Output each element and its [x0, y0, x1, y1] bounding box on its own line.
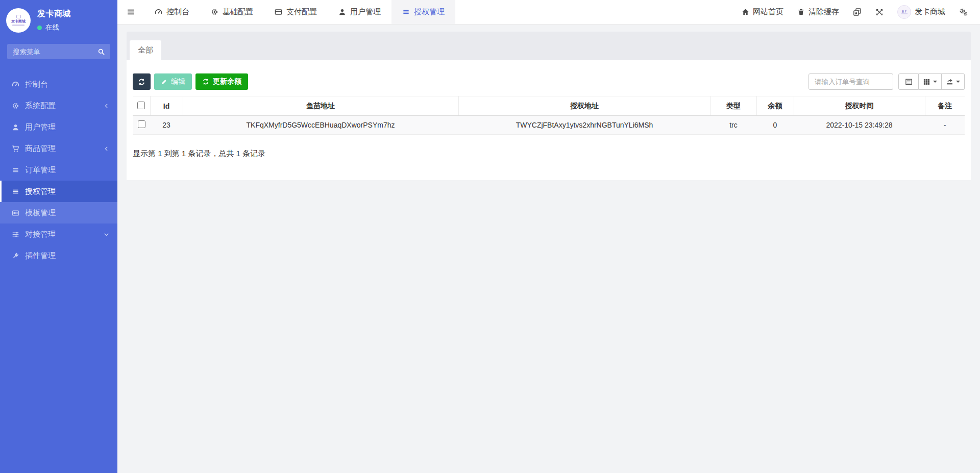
select-all-checkbox[interactable]: [137, 102, 145, 109]
trash-icon: [797, 8, 805, 16]
header-auth-time: 授权时间: [794, 96, 925, 116]
cell-id: 23: [150, 116, 183, 135]
header-select-all: [133, 96, 150, 116]
gear-icon: [12, 102, 19, 110]
sidebar-item-label: 用户管理: [25, 122, 56, 132]
refresh-button[interactable]: [133, 73, 151, 90]
chevron-left-icon: [104, 146, 109, 152]
tab-label: 用户管理: [350, 7, 381, 17]
sidebar-menu: 控制台 系统配置 用户管理 商品管理 订单管理 授权管理 模板管理: [0, 73, 117, 266]
cell-auth-time: 2022-10-15 23:49:28: [794, 116, 925, 135]
sidebar-item-order-management[interactable]: 订单管理: [0, 159, 117, 181]
site-home-link[interactable]: 网站首页: [742, 7, 783, 17]
site-home-label: 网站首页: [753, 7, 783, 17]
sidebar-search: [7, 44, 110, 59]
detail-view-button[interactable]: [898, 73, 919, 90]
columns-button[interactable]: [919, 73, 942, 90]
list-icon: [402, 8, 410, 16]
brand: 发卡商城 发卡商城 在线: [0, 0, 117, 43]
sidebar-item-label: 插件管理: [25, 251, 56, 261]
gear-icon: [211, 8, 218, 16]
tab-console[interactable]: 控制台: [144, 0, 200, 24]
tab-user-management[interactable]: 用户管理: [328, 0, 391, 24]
update-balance-label: 更新余额: [213, 77, 241, 86]
language-switch-button[interactable]: [853, 8, 862, 16]
search-icon[interactable]: [97, 48, 105, 56]
cell-type: trc: [710, 116, 756, 135]
sidebar-item-product-management[interactable]: 商品管理: [0, 138, 117, 159]
header-type: 类型: [710, 96, 756, 116]
cell-fry-address: TKFqXMyfrD5G5WccEBHuaqDXworPSYm7hz: [183, 116, 458, 135]
header-balance: 余额: [756, 96, 794, 116]
content-tabstrip: 全部: [127, 32, 971, 60]
tab-label: 支付配置: [286, 7, 317, 17]
toolbar: 编辑 更新余额: [133, 73, 965, 90]
user-avatar: 发卡: [897, 5, 911, 19]
language-icon: [853, 8, 862, 16]
caret-down-icon: [956, 81, 960, 83]
tab-label: 基础配置: [223, 7, 253, 17]
tachometer-icon: [12, 81, 19, 88]
header-remark: 备注: [925, 96, 965, 116]
header-fry-address: 鱼苗地址: [183, 96, 458, 116]
fullscreen-button[interactable]: [875, 8, 884, 16]
brand-logo[interactable]: 发卡商城: [6, 8, 31, 33]
user-menu[interactable]: 发卡 发卡商城: [897, 5, 945, 19]
header-id: Id: [150, 96, 183, 116]
chevron-left-icon: [104, 103, 109, 109]
sidebar-item-label: 系统配置: [25, 101, 56, 111]
online-status: 在线: [37, 23, 71, 32]
fullscreen-icon: [875, 8, 884, 16]
cell-balance: 0: [756, 116, 794, 135]
sidebar-item-console[interactable]: 控制台: [0, 73, 117, 95]
export-button[interactable]: [942, 73, 965, 90]
row-checkbox[interactable]: [138, 120, 145, 128]
authorization-table: Id 鱼苗地址 授权地址 类型 余额 授权时间 备注 23 TKFqXMyfrD…: [133, 96, 965, 135]
logo-text: 发卡商城: [11, 19, 26, 23]
hamburger-icon: [127, 8, 135, 16]
header-auth-address: 授权地址: [458, 96, 710, 116]
edit-button[interactable]: 编辑: [154, 73, 192, 90]
order-search-input[interactable]: [808, 73, 893, 90]
update-balance-button[interactable]: 更新余额: [195, 73, 248, 90]
sidebar-toggle-button[interactable]: [117, 0, 144, 24]
credit-card-icon: [275, 8, 282, 16]
tab-all[interactable]: 全部: [130, 40, 161, 60]
topbar: 控制台 基础配置 支付配置 用户管理 授权管理 网站首页 清除缓存: [117, 0, 980, 24]
panel-body: 编辑 更新余额: [127, 60, 971, 180]
table-header-row: Id 鱼苗地址 授权地址 类型 余额 授权时间 备注: [133, 96, 965, 116]
refresh-icon: [138, 78, 145, 86]
online-dot-icon: [37, 26, 42, 30]
list-icon: [12, 166, 19, 174]
tab-payment-config[interactable]: 支付配置: [264, 0, 328, 24]
sidebar-item-plugin-management[interactable]: 插件管理: [0, 245, 117, 266]
clear-cache-label: 清除缓存: [808, 7, 839, 17]
online-status-label: 在线: [45, 23, 59, 32]
sidebar-search-input[interactable]: [7, 44, 110, 59]
sidebar-item-label: 对接管理: [25, 230, 56, 239]
sidebar-item-user-management[interactable]: 用户管理: [0, 116, 117, 138]
settings-button[interactable]: [959, 8, 968, 16]
tab-basic-config[interactable]: 基础配置: [200, 0, 264, 24]
clear-cache-button[interactable]: 清除缓存: [797, 7, 839, 17]
list-icon: [12, 188, 19, 195]
sidebar-item-system-config[interactable]: 系统配置: [0, 95, 117, 116]
user-icon: [338, 8, 346, 16]
tab-authorization-management[interactable]: 授权管理: [391, 0, 455, 24]
sidebar-item-authorization-management[interactable]: 授权管理: [0, 181, 117, 202]
record-summary: 显示第 1 到第 1 条记录，总共 1 条记录: [133, 149, 965, 159]
columns-grid-icon: [923, 78, 930, 86]
sidebar: 发卡商城 发卡商城 在线 控制台 系统配置 用户管理: [0, 0, 117, 473]
caret-down-icon: [933, 81, 937, 83]
page-content: 全部 编辑 更新余额: [117, 24, 980, 473]
tab-label: 控制台: [166, 7, 189, 17]
sidebar-item-integration-management[interactable]: 对接管理: [0, 223, 117, 245]
table-row: 23 TKFqXMyfrD5G5WccEBHuaqDXworPSYm7hz TW…: [133, 116, 965, 135]
export-icon: [946, 78, 953, 86]
username-label: 发卡商城: [915, 7, 945, 17]
sidebar-item-template-management[interactable]: 模板管理: [0, 202, 117, 223]
refresh-icon: [202, 78, 209, 85]
template-icon: [12, 209, 19, 217]
tab-label: 授权管理: [414, 7, 445, 17]
sidebar-item-label: 授权管理: [25, 187, 56, 196]
